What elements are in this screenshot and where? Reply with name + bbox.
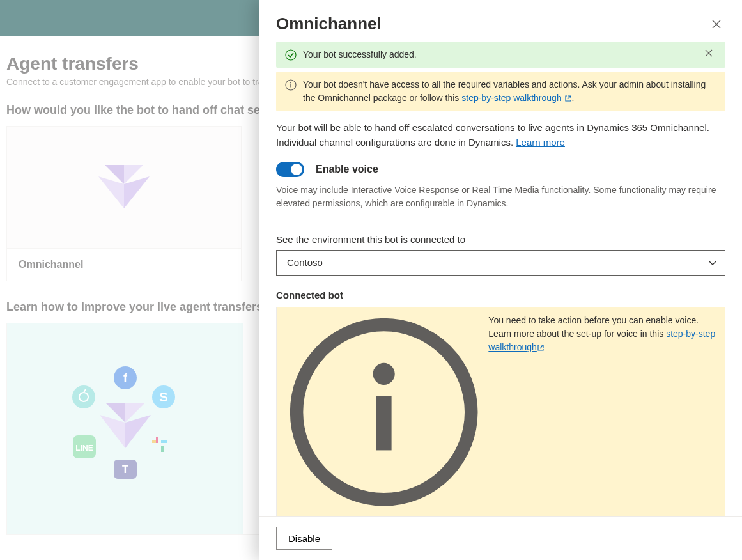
svg-marker-3 bbox=[124, 176, 150, 208]
environment-select[interactable]: Contoso bbox=[276, 250, 725, 276]
environment-value: Contoso bbox=[287, 257, 323, 268]
dismiss-success-button[interactable] bbox=[705, 49, 716, 61]
svg-marker-2 bbox=[98, 176, 124, 208]
svg-point-23 bbox=[290, 82, 291, 84]
learn-card[interactable]: f S LINE T bbox=[6, 323, 262, 535]
info-icon bbox=[286, 314, 482, 510]
omnichannel-panel: Omnichannel Your bot successfully added.… bbox=[259, 0, 742, 560]
intro-text: Your bot will be able to hand off escala… bbox=[276, 120, 725, 150]
warning-message: Your bot doesn't have access to all the … bbox=[276, 72, 725, 111]
success-message: Your bot successfully added. bbox=[276, 42, 725, 68]
enable-voice-row: Enable voice bbox=[276, 162, 725, 177]
svg-rect-16 bbox=[156, 437, 158, 443]
external-link-icon bbox=[564, 95, 572, 102]
checkmark-circle-icon bbox=[285, 49, 297, 61]
card-omnichannel[interactable]: Omnichannel bbox=[6, 126, 242, 281]
learn-more-link[interactable]: Learn more bbox=[516, 137, 565, 148]
warning-period: . bbox=[572, 93, 575, 103]
card-label: Omnichannel bbox=[7, 248, 241, 281]
svg-rect-18 bbox=[161, 446, 164, 452]
svg-point-12 bbox=[72, 385, 95, 408]
panel-body: Your bot successfully added. Your bot do… bbox=[259, 42, 742, 516]
panel-header: Omnichannel bbox=[259, 0, 742, 42]
connected-bot-card: You need to take action before you can e… bbox=[276, 307, 725, 517]
info-icon bbox=[285, 79, 297, 91]
walkthrough-link[interactable]: step-by-step walkthrough bbox=[461, 93, 571, 103]
panel-footer: Disable bbox=[259, 516, 742, 560]
external-link-icon bbox=[537, 344, 545, 352]
svg-text:LINE: LINE bbox=[75, 444, 93, 453]
connected-warning: You need to take action before you can e… bbox=[277, 307, 725, 517]
separator bbox=[276, 222, 725, 222]
connected-warning-text: You need to take action before you can e… bbox=[488, 314, 716, 510]
svg-text:S: S bbox=[159, 390, 167, 404]
enable-voice-label: Enable voice bbox=[316, 164, 378, 175]
svg-marker-7 bbox=[125, 415, 151, 448]
environment-label: See the environment this bot is connecte… bbox=[276, 234, 725, 245]
svg-rect-24 bbox=[290, 84, 291, 88]
svg-marker-6 bbox=[100, 415, 125, 448]
chevron-down-icon bbox=[708, 258, 717, 267]
disable-button[interactable]: Disable bbox=[276, 527, 332, 550]
success-text: Your bot successfully added. bbox=[303, 48, 699, 61]
panel-title: Omnichannel bbox=[276, 14, 382, 34]
svg-text:f: f bbox=[123, 371, 128, 384]
close-icon bbox=[705, 49, 713, 57]
enable-voice-toggle[interactable] bbox=[276, 162, 304, 177]
card-image bbox=[7, 127, 241, 248]
enable-voice-help: Voice may include Interactive Voice Resp… bbox=[276, 183, 725, 210]
svg-rect-27 bbox=[376, 396, 392, 450]
connected-bot-heading: Connected bot bbox=[276, 290, 725, 300]
page: Agent transfers Connect to a customer en… bbox=[0, 0, 742, 560]
dynamics-heart-icon bbox=[98, 165, 150, 210]
learn-illustration: f S LINE T bbox=[7, 323, 243, 534]
warning-text: Your bot doesn't have access to all the … bbox=[303, 78, 716, 105]
svg-point-21 bbox=[286, 50, 296, 60]
svg-text:T: T bbox=[122, 464, 128, 475]
svg-point-26 bbox=[373, 362, 395, 384]
close-icon bbox=[712, 20, 721, 29]
svg-rect-17 bbox=[161, 440, 167, 443]
close-button[interactable] bbox=[707, 15, 725, 33]
